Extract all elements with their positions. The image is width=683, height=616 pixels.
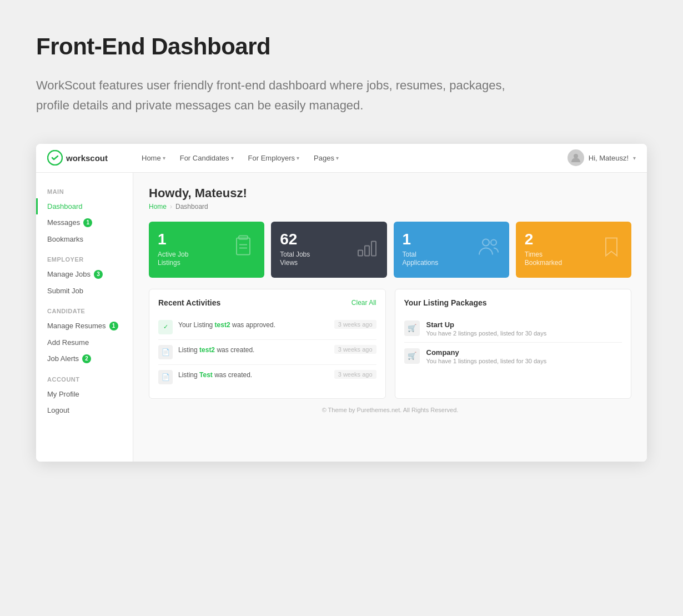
- activity-time-3: 3 weeks ago: [334, 370, 376, 379]
- pages-chevron: ▾: [336, 155, 339, 161]
- job-alerts-badge: 2: [82, 354, 91, 363]
- recent-activities-panel: Recent Activities Clear All ✓ Your Listi…: [149, 289, 386, 399]
- svg-rect-6: [358, 251, 363, 256]
- package-icon-company: 🛒: [404, 348, 420, 364]
- manage-jobs-badge: 3: [94, 270, 103, 279]
- activity-text-1: Your Listing test2 was approved.: [178, 320, 329, 330]
- avatar-icon: [570, 152, 581, 163]
- activity-time-2: 3 weeks ago: [334, 345, 376, 354]
- activity-link-2[interactable]: test2: [199, 346, 215, 354]
- package-name-company: Company: [426, 348, 622, 357]
- breadcrumb-separator: ›: [170, 203, 172, 211]
- activity-text-3: Listing Test was created.: [178, 370, 329, 380]
- page-title: Front-End Dashboard: [36, 33, 647, 60]
- svg-rect-8: [371, 242, 376, 256]
- sidebar-item-manage-jobs[interactable]: Manage Jobs 3: [36, 266, 133, 283]
- sidebar-item-messages[interactable]: Messages 1: [36, 214, 133, 231]
- bookmarked-icon: [599, 235, 624, 264]
- sidebar-section-candidate: Candidate: [36, 303, 133, 318]
- active-jobs-icon: [232, 235, 257, 264]
- page-wrapper: Front-End Dashboard WorkScout features u…: [36, 33, 647, 462]
- activity-icon-1: ✓: [158, 320, 173, 334]
- activity-link-1[interactable]: test2: [215, 321, 230, 329]
- activity-icon-3: 📄: [158, 370, 173, 384]
- dashboard-window: workscout Home ▾ For Candidates ▾ For Em…: [36, 144, 647, 462]
- page-description: WorkScout features user friendly front-e…: [36, 76, 514, 116]
- employers-chevron: ▾: [297, 155, 299, 161]
- main-content: Howdy, Mateusz! Home › Dashboard 1 Activ…: [133, 173, 647, 462]
- packages-title: Your Listing Packages: [404, 298, 487, 307]
- sidebar-item-logout[interactable]: Logout: [36, 402, 133, 418]
- stat-card-applications: 1 TotalApplications: [394, 222, 509, 278]
- svg-point-9: [483, 239, 489, 246]
- sidebar-item-manage-resumes[interactable]: Manage Resumes 1: [36, 318, 133, 334]
- activity-item-3: 📄 Listing Test was created. 3 weeks ago: [158, 365, 376, 389]
- breadcrumb: Home › Dashboard: [149, 203, 631, 211]
- sidebar: Main Dashboard Messages 1 Bookmarks Empl…: [36, 173, 133, 462]
- sidebar-item-add-resume[interactable]: Add Resume: [36, 334, 133, 350]
- main-layout: Main Dashboard Messages 1 Bookmarks Empl…: [36, 173, 647, 462]
- activity-link-3[interactable]: Test: [199, 371, 213, 379]
- activity-time-1: 3 weeks ago: [334, 320, 376, 329]
- svg-rect-7: [365, 246, 369, 256]
- svg-point-1: [574, 154, 578, 158]
- package-item-company: 🛒 Company You have 1 listings posted, li…: [404, 343, 622, 370]
- stat-card-total-views: 62 Total JobsViews: [271, 222, 386, 278]
- user-area[interactable]: Hi, Mateusz! ▾: [568, 149, 636, 166]
- stat-cards: 1 Active JobListings 62: [149, 222, 631, 278]
- package-name-startup: Start Up: [426, 320, 622, 329]
- nav-home[interactable]: Home ▾: [136, 151, 171, 166]
- bottom-panels: Recent Activities Clear All ✓ Your Listi…: [149, 289, 631, 399]
- activity-item-1: ✓ Your Listing test2 was approved. 3 wee…: [158, 315, 376, 340]
- messages-badge: 1: [83, 218, 92, 227]
- candidates-chevron: ▾: [231, 155, 234, 161]
- sidebar-item-submit-job[interactable]: Submit Job: [36, 283, 133, 299]
- nav-candidates[interactable]: For Candidates ▾: [174, 151, 239, 166]
- package-info-company: Company You have 1 listings posted, list…: [426, 348, 622, 364]
- activities-header: Recent Activities Clear All: [158, 298, 376, 307]
- user-chevron: ▾: [633, 155, 636, 161]
- svg-rect-2: [237, 238, 250, 255]
- package-icon-startup: 🛒: [404, 320, 420, 336]
- sidebar-item-job-alerts[interactable]: Job Alerts 2: [36, 350, 133, 367]
- sidebar-section-account: Account: [36, 372, 133, 386]
- top-nav: workscout Home ▾ For Candidates ▾ For Em…: [36, 144, 647, 173]
- resumes-badge: 1: [109, 322, 118, 330]
- clear-all-button[interactable]: Clear All: [351, 299, 376, 307]
- activity-item-2: 📄 Listing test2 was created. 3 weeks ago: [158, 340, 376, 365]
- svg-point-10: [491, 240, 496, 246]
- sidebar-item-dashboard[interactable]: Dashboard: [36, 198, 133, 214]
- logo-area[interactable]: workscout: [47, 150, 136, 166]
- home-chevron: ▾: [163, 155, 165, 161]
- user-avatar: [568, 149, 584, 166]
- logo-icon: [47, 150, 63, 166]
- footer-text: © Theme by Purethemes.net. All Rights Re…: [149, 399, 631, 417]
- user-greeting: Hi, Mateusz!: [589, 154, 629, 162]
- sidebar-item-bookmarks[interactable]: Bookmarks: [36, 231, 133, 247]
- package-item-startup: 🛒 Start Up You have 2 listings posted, l…: [404, 315, 622, 343]
- stat-card-bookmarked: 2 TimesBookmarked: [516, 222, 631, 278]
- content-greeting: Howdy, Mateusz!: [149, 186, 631, 201]
- breadcrumb-current: Dashboard: [175, 203, 208, 211]
- sidebar-section-employer: Employer: [36, 252, 133, 266]
- packages-header: Your Listing Packages: [404, 298, 622, 307]
- package-desc-company: You have 1 listings posted, listed for 3…: [426, 358, 622, 364]
- nav-pages[interactable]: Pages ▾: [308, 151, 344, 166]
- activity-text-2: Listing test2 was created.: [178, 345, 329, 355]
- package-desc-startup: You have 2 listings posted, listed for 3…: [426, 330, 622, 337]
- sidebar-section-main: Main: [36, 184, 133, 198]
- logo-text: workscout: [66, 153, 108, 163]
- total-views-icon: [355, 235, 379, 264]
- nav-employers[interactable]: For Employers ▾: [243, 151, 305, 166]
- stat-card-active-jobs: 1 Active JobListings: [149, 222, 264, 278]
- nav-links: Home ▾ For Candidates ▾ For Employers ▾ …: [136, 151, 568, 166]
- listing-packages-panel: Your Listing Packages 🛒 Start Up You hav…: [395, 289, 632, 399]
- package-info-startup: Start Up You have 2 listings posted, lis…: [426, 320, 622, 337]
- breadcrumb-home[interactable]: Home: [149, 203, 167, 211]
- activity-icon-2: 📄: [158, 345, 173, 359]
- activities-title: Recent Activities: [158, 298, 220, 307]
- applications-icon: [477, 235, 501, 264]
- sidebar-item-my-profile[interactable]: My Profile: [36, 386, 133, 402]
